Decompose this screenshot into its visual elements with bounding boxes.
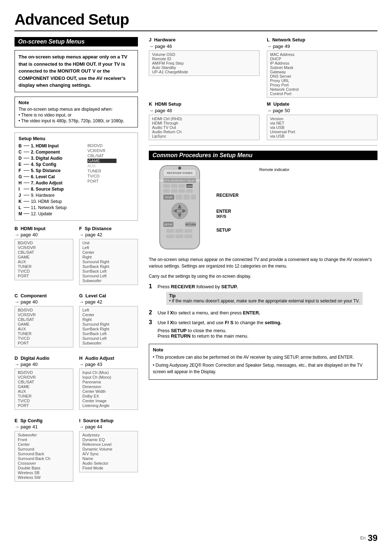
list-item: Right xyxy=(82,255,135,259)
step-1-receiver: RECEIVER xyxy=(171,284,195,289)
menu-item-c: C 2. Component xyxy=(19,150,84,155)
subsec-i-title: Source Setup xyxy=(83,418,114,423)
src-tuner: TUNER xyxy=(87,169,117,173)
setup-menu-box: Setup Menu B 1. HDMI Input C 2. Componen… xyxy=(15,133,138,221)
list-item: Center Width xyxy=(82,389,135,394)
list-item: Panorama xyxy=(82,380,135,384)
list-item: TV/CD xyxy=(18,269,70,273)
list-item: Audio TV Out xyxy=(152,125,256,130)
list-item: Audio Return Ch xyxy=(152,130,256,134)
step-3-text: Use Ⅰ Xto select target, and use F/ S to… xyxy=(158,319,282,326)
step-3-extra-1: Press SETUP to close the menu. xyxy=(158,328,282,333)
update-page: → page 50 xyxy=(267,108,377,113)
list-item: PORT xyxy=(18,274,70,278)
note-line-0: The on-screen setup menus are displayed … xyxy=(19,107,134,112)
subsec-f-page: → page 42 xyxy=(79,232,138,237)
step-2-text: Use Ⅰ Xto select a menu, and then press … xyxy=(158,309,260,317)
menu-item-k: K 10. HDMI Setup xyxy=(19,199,84,204)
step-1-num: 1 xyxy=(149,283,155,290)
menu-letter-g: G xyxy=(19,174,24,179)
remote-indicator-label: Remote indicator xyxy=(259,167,289,172)
note2-title: Note xyxy=(153,347,373,353)
svg-rect-10 xyxy=(163,189,170,193)
src-tvcd: TV/CD xyxy=(87,174,117,178)
list-item: SurrBack Right xyxy=(82,327,135,331)
update-list: Version via NET via USB Universal Port v… xyxy=(267,115,377,140)
step-3-setting: setting. xyxy=(265,320,281,325)
list-item: SurrBack Left xyxy=(82,331,135,336)
subsec-i-list: Audyssey Dynamic EQ Reference Level Dyna… xyxy=(79,431,138,472)
right-column: J Hardware → page 46 Volume OSD Remote I… xyxy=(149,37,377,486)
list-item: SurrBack Right xyxy=(82,264,135,269)
procedures-text-2: Carry out the settings by using the on-s… xyxy=(149,273,377,280)
list-item: Wireless SB xyxy=(18,471,70,475)
svg-rect-30 xyxy=(166,229,174,233)
menu-line-e xyxy=(24,164,29,164)
svg-text:ENT: ENT xyxy=(177,210,183,212)
menu-letter-h: H xyxy=(19,180,24,186)
list-item: Surround Left xyxy=(82,336,135,341)
menu-line-c xyxy=(24,152,29,152)
update-section: M Update → page 50 Version via NET via U… xyxy=(267,101,377,140)
svg-rect-17 xyxy=(183,195,190,200)
subsec-d-list: BD/DVD VCR/DVR CBL/SAT GAME AUX TUNER TV… xyxy=(15,368,73,410)
menu-line-g xyxy=(24,176,29,177)
menu-letter-m: M xyxy=(19,211,24,216)
note-line-1: • There is no video input, or xyxy=(19,113,134,118)
svg-rect-13 xyxy=(186,189,193,193)
subsec-b-page: → page 40 xyxy=(15,232,73,237)
procedures-text-1: The on-screen setup menus appear on the … xyxy=(149,256,377,269)
list-item: Listening Angle xyxy=(82,403,135,408)
list-item: Crossover xyxy=(18,461,70,465)
list-item: Dynamic EQ xyxy=(82,437,135,442)
subsec-f-header: F Sp Distance xyxy=(79,226,138,231)
list-item: BD/DVD xyxy=(18,308,70,312)
list-item: VCR/DVR xyxy=(18,245,70,250)
list-item: Surround Right xyxy=(82,322,135,326)
hardware-section: J Hardware → page 46 Volume OSD Remote I… xyxy=(149,37,260,98)
svg-rect-7 xyxy=(179,184,185,188)
setup-label: SETUP xyxy=(216,228,238,233)
subsec-d-header: D Digital Audio xyxy=(15,355,73,361)
menu-text-e: 4. Sp Config xyxy=(31,162,56,167)
list-item: Auto Standby xyxy=(152,65,256,70)
svg-rect-18 xyxy=(191,195,196,200)
step-3-arrows: Ⅰ X xyxy=(167,320,173,325)
menu-line-f xyxy=(24,170,29,171)
menu-item-d: D 3. Digital Audio xyxy=(19,156,84,161)
left-column: On-screen Setup Menus The on-screen setu… xyxy=(15,37,138,486)
list-item: PORT xyxy=(18,341,70,345)
subsection-row-cg: C Component → page 40 BD/DVD VCR/DVR CBL… xyxy=(15,293,138,352)
list-item: BD/DVD xyxy=(18,370,70,375)
subsec-i-page: → page 44 xyxy=(79,424,138,429)
src-game: GAME xyxy=(87,159,117,163)
note-line-2: • The video input is 480p, 576p, 720p, 1… xyxy=(19,118,134,123)
hdmi-section: K HDMI Setup → page 48 HDMI Ctrl (RHD) H… xyxy=(149,101,260,140)
subsec-i-header: I Source Setup xyxy=(79,418,138,423)
list-item: Subwoofer xyxy=(82,341,135,345)
svg-text:RCVR: RCVR xyxy=(165,196,172,199)
list-item: DNS Server xyxy=(270,74,374,78)
menu-item-i: I 8. Source Setup xyxy=(19,187,84,192)
svg-rect-31 xyxy=(175,229,183,233)
list-item: VCR/DVR xyxy=(18,375,70,379)
subsec-f-list: Unit Left Center Right Surround Right Su… xyxy=(79,239,138,285)
jl-row: J Hardware → page 46 Volume OSD Remote I… xyxy=(149,37,377,98)
subsec-d-letter: D xyxy=(15,355,18,361)
hardware-title: Hardware xyxy=(154,37,175,42)
menu-letter-c: C xyxy=(19,150,24,155)
list-item: Subwoofer xyxy=(82,278,135,283)
menu-item-f: F 5. Sp Distance xyxy=(19,168,84,173)
list-item: Network Control xyxy=(270,87,374,91)
list-item: Surround Left xyxy=(82,274,135,278)
menu-text-i: 8. Source Setup xyxy=(31,187,64,192)
step-2: 2 Use Ⅰ Xto select a menu, and then pres… xyxy=(149,309,377,317)
list-item: GAME xyxy=(18,384,70,389)
subsec-c-page: → page 40 xyxy=(15,299,73,305)
setup-menu-title: Setup Menu xyxy=(19,136,134,141)
menu-line-j xyxy=(24,195,29,195)
page-title: Advanced Setup xyxy=(15,11,377,28)
note-box: Note The on-screen setup menus are displ… xyxy=(15,97,138,127)
subsec-e-title: Sp Config xyxy=(20,418,42,423)
svg-rect-11 xyxy=(171,189,177,193)
